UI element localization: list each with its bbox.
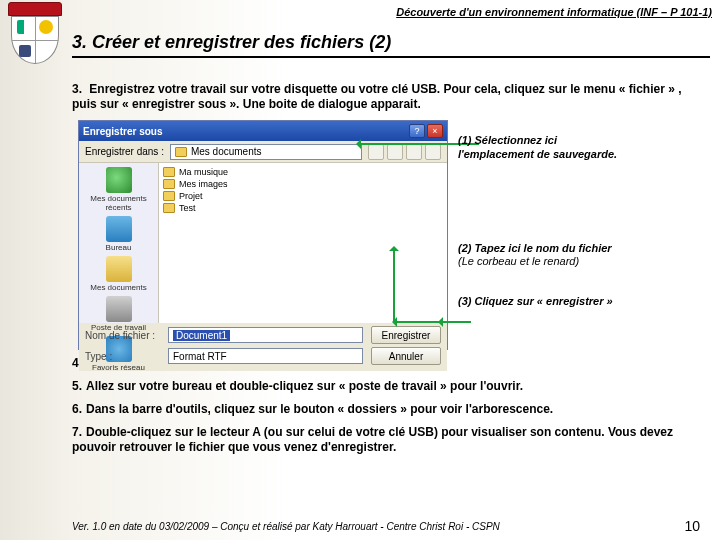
slide-title: 3. Créer et enregistrer des fichiers (2) xyxy=(72,32,710,53)
step-3: 3. Enregistrez votre travail sur votre d… xyxy=(72,82,706,112)
help-icon[interactable]: ? xyxy=(409,124,425,138)
save-as-dialog: Enregistrer sous ? × Enregistrer dans : … xyxy=(78,120,448,350)
cancel-button[interactable]: Annuler xyxy=(371,347,441,365)
filetype-label: Type : xyxy=(85,351,160,362)
dialog-title: Enregistrer sous xyxy=(83,126,162,137)
list-item[interactable]: Mes images xyxy=(163,179,443,189)
views-icon[interactable] xyxy=(425,144,441,160)
list-item[interactable]: Projet xyxy=(163,191,443,201)
folder-icon xyxy=(163,167,175,177)
annotation-3: (3) Cliquez sur « enregistrer » xyxy=(458,295,633,309)
list-item[interactable]: Ma musique xyxy=(163,167,443,177)
dialog-titlebar: Enregistrer sous ? × xyxy=(79,121,447,141)
file-list[interactable]: Ma musique Mes images Projet Test xyxy=(159,163,447,323)
filename-label: Nom de fichier : xyxy=(85,330,160,341)
slide-title-bar: 3. Créer et enregistrer des fichiers (2) xyxy=(72,32,710,58)
arrow-annotation-2 xyxy=(393,247,395,323)
course-header: Découverte d'un environnement informatiq… xyxy=(0,6,712,18)
save-in-combo[interactable]: Mes documents xyxy=(170,144,362,160)
annotation-2: (2) Tapez ici le nom du fichier (Le corb… xyxy=(458,242,633,270)
footer: Ver. 1.0 en date du 03/02/2009 – Conçu e… xyxy=(0,518,720,534)
filename-input[interactable]: Document1 xyxy=(168,327,363,343)
close-icon[interactable]: × xyxy=(427,124,443,138)
back-icon[interactable] xyxy=(368,144,384,160)
place-desktop[interactable]: Bureau xyxy=(85,216,153,252)
place-mydocs[interactable]: Mes documents xyxy=(85,256,153,292)
new-folder-icon[interactable] xyxy=(406,144,422,160)
step-5: 5.Allez sur votre bureau et double-cliqu… xyxy=(72,379,706,394)
folder-icon xyxy=(163,179,175,189)
folder-icon xyxy=(163,203,175,213)
save-in-label: Enregistrer dans : xyxy=(85,146,164,157)
annotation-1: (1) Sélectionnez ici l'emplacement de sa… xyxy=(458,134,633,162)
place-mypc[interactable]: Poste de travail xyxy=(85,296,153,332)
save-button[interactable]: Enregistrer xyxy=(371,326,441,344)
footer-text: Ver. 1.0 en date du 03/02/2009 – Conçu e… xyxy=(72,521,500,532)
place-recent[interactable]: Mes documents récents xyxy=(85,167,153,212)
places-bar: Mes documents récents Bureau Mes documen… xyxy=(79,163,159,323)
step-7: 7.Double-cliquez sur le lecteur A (ou su… xyxy=(72,425,706,455)
step-6: 6.Dans la barre d'outils, cliquez sur le… xyxy=(72,402,706,417)
folder-icon xyxy=(175,147,187,157)
filetype-combo[interactable]: Format RTF xyxy=(168,348,363,364)
page-number: 10 xyxy=(684,518,700,534)
up-icon[interactable] xyxy=(387,144,403,160)
folder-icon xyxy=(163,191,175,201)
annotation-column: (1) Sélectionnez ici l'emplacement de sa… xyxy=(458,120,633,309)
list-item[interactable]: Test xyxy=(163,203,443,213)
arrow-annotation-3 xyxy=(441,321,471,323)
